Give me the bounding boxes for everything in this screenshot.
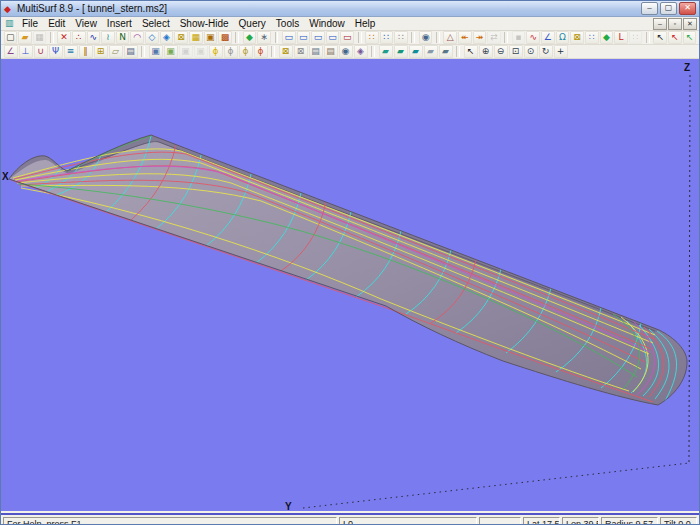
sheet-1-icon[interactable]: ▤ bbox=[309, 45, 323, 58]
measure-icon[interactable]: △ bbox=[443, 31, 457, 44]
sheet-2-icon[interactable]: ▤ bbox=[324, 45, 338, 58]
open-file-icon[interactable]: ▰ bbox=[18, 31, 32, 44]
status-panel-lon: Lon 39.5 bbox=[562, 517, 599, 525]
report-icon[interactable]: ▤ bbox=[124, 45, 138, 58]
next-icon[interactable]: ↠ bbox=[473, 31, 487, 44]
balloon-2-icon[interactable]: ◉ bbox=[339, 45, 353, 58]
hide-all-icon[interactable]: ⊠ bbox=[294, 45, 308, 58]
select-curve-icon[interactable]: ↖ bbox=[683, 31, 697, 44]
copy-2-icon[interactable]: ▣ bbox=[179, 45, 193, 58]
magnet-icon[interactable]: ◇ bbox=[145, 31, 159, 44]
comment-icon[interactable]: ∗ bbox=[257, 31, 271, 44]
sections-icon[interactable]: ∥ bbox=[79, 45, 93, 58]
loop-icon[interactable]: Ω bbox=[556, 31, 570, 44]
prev-icon[interactable]: ↞ bbox=[458, 31, 472, 44]
close-button[interactable]: ✕ bbox=[679, 2, 696, 15]
angle-icon[interactable]: ∠ bbox=[541, 31, 555, 44]
bulb-on-icon[interactable]: ϕ bbox=[209, 45, 223, 58]
bulb-red-icon[interactable]: ϕ bbox=[254, 45, 268, 58]
new-file-icon[interactable]: ▢ bbox=[4, 31, 18, 44]
normal-icon[interactable]: ⊥ bbox=[19, 45, 33, 58]
delete-icon[interactable]: ✕ bbox=[57, 31, 71, 44]
knotlist-icon[interactable]: ⊠ bbox=[174, 31, 188, 44]
mdi-restore-button[interactable]: ▫ bbox=[668, 18, 682, 30]
mesh-icon[interactable]: ⊞ bbox=[94, 45, 108, 58]
axis-label-x: X bbox=[2, 171, 9, 182]
surface-gray-icon[interactable]: ▰ bbox=[424, 45, 438, 58]
paste-2-icon[interactable]: ▣ bbox=[194, 45, 208, 58]
pick-arrow-icon[interactable]: ↖ bbox=[464, 45, 478, 58]
mdi-minimize-button[interactable]: – bbox=[653, 18, 667, 30]
rotate-view-icon[interactable]: ↻ bbox=[539, 45, 553, 58]
composite-icon[interactable]: ▩ bbox=[218, 31, 232, 44]
menu-query[interactable]: Query bbox=[234, 18, 271, 29]
zoom-in-icon[interactable]: ⊕ bbox=[479, 45, 493, 58]
zoom-window-icon[interactable]: ⊡ bbox=[509, 45, 523, 58]
dots-icon[interactable]: ∷ bbox=[585, 31, 599, 44]
status-panel-radius: Radius 9.57 bbox=[601, 517, 658, 525]
maximize-button[interactable]: ▢ bbox=[660, 2, 677, 15]
diamond-green-icon[interactable]: ◆ bbox=[600, 31, 614, 44]
select-arrow-icon[interactable]: ↖ bbox=[653, 31, 667, 44]
view-window-1-icon[interactable]: ▭ bbox=[282, 31, 296, 44]
deselect-icon[interactable]: ↖ bbox=[668, 31, 682, 44]
axes-icon[interactable]: L bbox=[614, 31, 628, 44]
porcupine-icon[interactable]: Ψ bbox=[49, 45, 63, 58]
blank-icon[interactable]: ▪ bbox=[512, 31, 526, 44]
copy-entity-icon[interactable]: ▣ bbox=[149, 45, 163, 58]
mdi-close-button[interactable]: ✕ bbox=[683, 18, 697, 30]
grid-2-icon[interactable]: ∷ bbox=[380, 31, 394, 44]
flatten-icon[interactable]: ▱ bbox=[109, 45, 123, 58]
tag-icon[interactable]: ◈ bbox=[354, 45, 368, 58]
menu-insert[interactable]: Insert bbox=[102, 18, 137, 29]
xx-grid-icon[interactable]: ⊠ bbox=[570, 31, 584, 44]
surface-teal-2-icon[interactable]: ▰ bbox=[394, 45, 408, 58]
tangent-icon[interactable]: ∠ bbox=[4, 45, 18, 58]
surface-teal-3-icon[interactable]: ▰ bbox=[409, 45, 423, 58]
frame-icon[interactable]: ◈ bbox=[160, 31, 174, 44]
snake-icon[interactable]: ≀ bbox=[101, 31, 115, 44]
bead-icon[interactable]: N bbox=[116, 31, 130, 44]
curve-icon[interactable]: ∿ bbox=[87, 31, 101, 44]
menu-show-hide[interactable]: Show-Hide bbox=[175, 18, 234, 29]
minimize-button[interactable]: – bbox=[641, 2, 658, 15]
menu-file[interactable]: File bbox=[17, 18, 43, 29]
status-panel-empty bbox=[479, 517, 521, 525]
swap-icon[interactable]: ⇄ bbox=[487, 31, 501, 44]
document-icon[interactable]: ▥ bbox=[5, 18, 15, 29]
curvature-icon[interactable]: ∪ bbox=[34, 45, 48, 58]
toolbar-separator bbox=[141, 46, 145, 57]
hint-balloon-icon[interactable]: ◉ bbox=[419, 31, 433, 44]
solid-icon[interactable]: ▣ bbox=[204, 31, 218, 44]
grid-pale-icon[interactable]: ∷ bbox=[629, 31, 643, 44]
3d-viewport[interactable]: X Y Z bbox=[1, 59, 699, 515]
save-file-icon[interactable]: ▦ bbox=[33, 31, 47, 44]
bulb-off-icon[interactable]: ϕ bbox=[224, 45, 238, 58]
units-icon[interactable]: ◆ bbox=[243, 31, 257, 44]
view-window-2-icon[interactable]: ▭ bbox=[297, 31, 311, 44]
pan-view-icon[interactable]: + bbox=[554, 45, 568, 58]
surface-teal-1-icon[interactable]: ▰ bbox=[379, 45, 393, 58]
contours-icon[interactable]: ≡ bbox=[64, 45, 78, 58]
surface-icon[interactable]: ▦ bbox=[189, 31, 203, 44]
show-all-icon[interactable]: ⊠ bbox=[279, 45, 293, 58]
menu-window[interactable]: Window bbox=[304, 18, 350, 29]
paste-entity-icon[interactable]: ▣ bbox=[164, 45, 178, 58]
zoom-all-icon[interactable]: ⊙ bbox=[524, 45, 538, 58]
bulb-half-icon[interactable]: ϕ bbox=[239, 45, 253, 58]
wave-icon[interactable]: ∿ bbox=[526, 31, 540, 44]
menu-help[interactable]: Help bbox=[350, 18, 381, 29]
menu-select[interactable]: Select bbox=[137, 18, 175, 29]
grid-3-icon[interactable]: ∷ bbox=[394, 31, 408, 44]
point-icon[interactable]: ∴ bbox=[72, 31, 86, 44]
view-window-4-icon[interactable]: ▭ bbox=[326, 31, 340, 44]
menu-edit[interactable]: Edit bbox=[43, 18, 70, 29]
view-window-active-icon[interactable]: ▭ bbox=[340, 31, 354, 44]
view-window-3-icon[interactable]: ▭ bbox=[311, 31, 325, 44]
menu-view[interactable]: View bbox=[70, 18, 102, 29]
menu-tools[interactable]: Tools bbox=[271, 18, 304, 29]
grid-1-icon[interactable]: ∷ bbox=[365, 31, 379, 44]
ring-icon[interactable]: ◠ bbox=[130, 31, 144, 44]
surface-dark-icon[interactable]: ▰ bbox=[439, 45, 453, 58]
zoom-out-icon[interactable]: ⊖ bbox=[494, 45, 508, 58]
